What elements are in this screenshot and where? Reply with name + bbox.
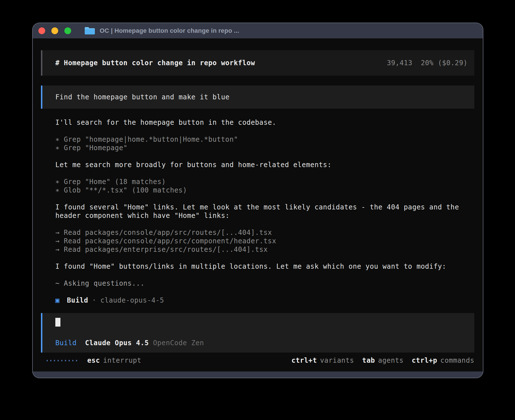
session-title: # Homepage button color change in repo w…	[55, 59, 255, 67]
provider-label: OpenCode Zen	[153, 339, 204, 347]
folder-icon	[84, 26, 95, 35]
window-title: OC | Homepage button color change in rep…	[100, 27, 239, 34]
close-window-button[interactable]	[38, 27, 45, 34]
status-bar: esc interrupt ctrl+t variants tab agents…	[47, 356, 474, 365]
tool-call-grep: ∗ Grep "homepage|home.*button|Home.*butt…	[55, 135, 470, 144]
tool-bullet-icon: ∗	[55, 186, 64, 194]
shortcut-key: tab	[362, 356, 375, 365]
token-count: 39,413	[387, 59, 412, 67]
shortcut-label: commands	[440, 356, 474, 365]
assistant-text: I found several "Home" links. Let me loo…	[55, 203, 470, 220]
shortcut-variants: ctrl+t variants	[291, 356, 354, 365]
zoom-window-button[interactable]	[64, 27, 71, 34]
assistant-text: I found "Home" buttons/links in multiple…	[55, 262, 470, 271]
active-model-label: Claude Opus 4.5	[85, 339, 149, 347]
esc-hint: esc interrupt	[87, 356, 141, 365]
tool-call-text: Grep "homepage|home.*button|Home.*button…	[64, 135, 238, 144]
window-titlebar[interactable]: OC | Homepage button color change in rep…	[33, 23, 483, 38]
window-bottom-edge	[33, 371, 483, 378]
input-model-row: Build Claude Opus 4.5 OpenCode Zen	[55, 339, 474, 347]
minimize-window-button[interactable]	[51, 27, 58, 34]
dot-separator: ·	[92, 296, 96, 305]
arrow-right-icon: →	[55, 245, 64, 254]
shortcut-commands: ctrl+p commands	[412, 356, 474, 365]
user-message: Find the homepage button and make it blu…	[41, 86, 474, 109]
agent-square-icon: ▣	[55, 296, 60, 305]
tool-call-group: ∗ Grep "Home" (18 matches) ∗ Glob "**/*.…	[55, 178, 470, 194]
tool-call-text: Read packages/console/app/src/routes/[..…	[64, 228, 272, 237]
tool-call-grep: ∗ Grep "Home" (18 matches)	[55, 178, 470, 186]
session-header: # Homepage button color change in repo w…	[41, 50, 474, 76]
tool-call-text: Read packages/console/app/src/component/…	[64, 237, 276, 245]
tool-call-read: → Read packages/enterprise/src/routes/[.…	[55, 245, 470, 254]
prompt-input[interactable]: Build Claude Opus 4.5 OpenCode Zen	[41, 313, 474, 353]
agent-status-line: ▣ Build · claude-opus-4-5	[55, 296, 470, 305]
shortcut-label: variants	[320, 356, 354, 365]
tool-call-read: → Read packages/console/app/src/componen…	[55, 237, 470, 245]
active-agent-label: Build	[55, 339, 77, 347]
shortcut-agents: tab agents	[362, 356, 403, 365]
model-id: claude-opus-4-5	[100, 296, 164, 305]
arrow-right-icon: →	[55, 237, 64, 245]
esc-key: esc	[87, 356, 100, 365]
tool-call-text: Read packages/enterprise/src/routes/[...…	[64, 245, 268, 254]
tool-bullet-icon: ∗	[55, 144, 64, 152]
text-cursor	[55, 318, 60, 327]
assistant-text: I'll search for the homepage button in t…	[55, 118, 470, 127]
spinner-dots-icon	[47, 360, 77, 361]
terminal-window: OC | Homepage button color change in rep…	[32, 23, 483, 378]
conversation: I'll search for the homepage button in t…	[55, 118, 470, 305]
agent-name: Build	[67, 296, 88, 305]
tool-call-text: Glob "**/*.tsx" (100 matches)	[64, 186, 187, 194]
tool-call-grep: ∗ Grep "Homepage"	[55, 144, 470, 152]
working-status: ~ Asking questions...	[55, 279, 470, 288]
arrow-right-icon: →	[55, 228, 64, 237]
tool-call-group: → Read packages/console/app/src/routes/[…	[55, 228, 470, 254]
traffic-lights	[38, 27, 71, 34]
session-stats: 39,413 20% ($0.29)	[387, 59, 468, 67]
tool-call-text: Grep "Homepage"	[64, 144, 128, 152]
shortcut-key: ctrl+p	[412, 356, 437, 365]
tool-bullet-icon: ∗	[55, 135, 64, 144]
tool-call-read: → Read packages/console/app/src/routes/[…	[55, 228, 470, 237]
tool-call-glob: ∗ Glob "**/*.tsx" (100 matches)	[55, 186, 470, 194]
context-cost: 20% ($0.29)	[421, 59, 468, 67]
shortcut-label: agents	[378, 356, 403, 365]
user-message-text: Find the homepage button and make it blu…	[55, 93, 230, 101]
terminal-content: # Homepage button color change in repo w…	[33, 38, 483, 371]
tool-call-text: Grep "Home" (18 matches)	[64, 178, 166, 186]
esc-label: interrupt	[103, 356, 141, 365]
tool-call-group: ∗ Grep "homepage|home.*button|Home.*butt…	[55, 135, 470, 152]
shortcut-key: ctrl+t	[291, 356, 317, 365]
tool-bullet-icon: ∗	[55, 178, 64, 186]
shortcut-hints: ctrl+t variants tab agents ctrl+p comman…	[291, 356, 474, 365]
assistant-text: Let me search more broadly for buttons a…	[55, 161, 470, 169]
